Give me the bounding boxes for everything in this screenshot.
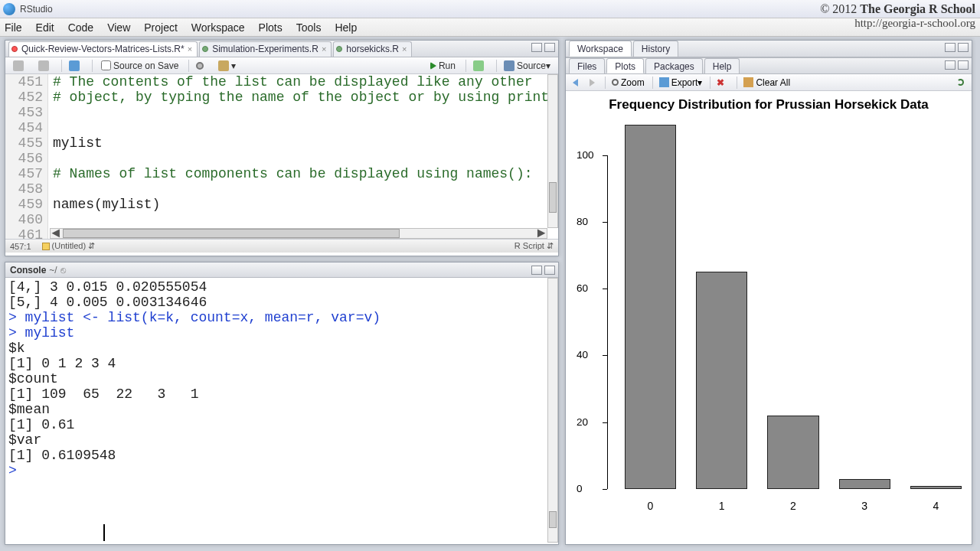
tab-packages[interactable]: Packages — [645, 58, 703, 73]
minimize-icon[interactable] — [945, 60, 956, 70]
copyright-prefix: © 2012 — [820, 2, 860, 15]
code-editor[interactable]: 451452453454455456457458459460461 # The … — [5, 74, 558, 239]
editor-hscrollbar[interactable]: ◄ ► — [50, 228, 547, 239]
copyright-url: http://georgia-r-school.org — [820, 16, 975, 30]
tab-files[interactable]: Files — [569, 58, 605, 73]
rerun-button[interactable] — [469, 59, 491, 73]
copyright-name: The Georgia R School — [860, 2, 975, 15]
doc-icon — [42, 243, 50, 250]
scrollbar-thumb[interactable] — [549, 182, 557, 213]
maximize-icon[interactable] — [544, 266, 555, 275]
xtick-3: 3 — [861, 500, 867, 512]
maximize-icon[interactable] — [958, 60, 969, 70]
xtick-0: 0 — [648, 500, 654, 512]
plot-prev-button[interactable] — [569, 78, 584, 87]
console-vscrollbar[interactable] — [547, 278, 558, 543]
close-icon[interactable]: × — [322, 44, 326, 54]
zoom-button[interactable]: Zoom — [608, 77, 648, 89]
doc-selector[interactable]: (Untitled) ⇵ — [42, 241, 96, 251]
menu-help[interactable]: Help — [335, 21, 357, 34]
scrollbar-thumb[interactable] — [63, 229, 400, 238]
source-on-save-checkbox[interactable] — [101, 60, 111, 70]
tab-help-label: Help — [713, 61, 732, 72]
x-icon: ✖ — [717, 77, 727, 87]
find-button[interactable] — [191, 60, 211, 71]
tab-workspace-label: Workspace — [577, 44, 623, 54]
source-tab-2-label: horsekicks.R — [346, 44, 399, 54]
plot-title: Frequency Distribution for Prussian Hors… — [566, 97, 972, 112]
back-button[interactable] — [8, 59, 31, 73]
menu-plots[interactable]: Plots — [259, 21, 283, 34]
lang-label: R Script — [514, 241, 544, 250]
source-tab-2[interactable]: horsekicks.R× — [333, 41, 412, 57]
left-arrow-icon — [573, 79, 578, 86]
file-dot-icon — [202, 46, 208, 52]
tab-history[interactable]: History — [633, 41, 678, 57]
console-link-icon[interactable]: ⎋ — [60, 265, 66, 276]
maximize-icon[interactable] — [958, 43, 969, 52]
tab-files-label: Files — [577, 61, 596, 72]
wand-button[interactable]: ▾ — [214, 59, 240, 73]
source-tab-0-label: Quick-Review-Vectors-Matrices-Lists.R* — [21, 44, 185, 54]
scroll-right-icon[interactable]: ► — [536, 229, 547, 238]
back-arrow-icon — [13, 60, 24, 71]
dirty-dot-icon — [11, 46, 18, 52]
tab-plots[interactable]: Plots — [606, 58, 644, 73]
close-icon[interactable]: × — [402, 44, 407, 54]
menu-project[interactable]: Project — [144, 21, 178, 34]
source-tab-1-label: Simulation-Experiments.R — [212, 44, 318, 54]
refresh-button[interactable] — [953, 78, 970, 86]
editor-vscrollbar[interactable] — [547, 74, 558, 228]
doc-name: (Untitled) — [52, 241, 87, 250]
broom-icon — [743, 77, 753, 87]
menu-workspace[interactable]: Workspace — [191, 21, 245, 34]
console-header: Console ~/ ⎋ — [5, 262, 558, 278]
run-button[interactable]: Run — [426, 59, 460, 73]
clear-button[interactable]: Clear All — [740, 77, 794, 89]
source-on-save-toggle[interactable]: Source on Save — [95, 59, 183, 73]
menu-view[interactable]: View — [107, 21, 130, 34]
zoom-label: Zoom — [621, 77, 645, 88]
minimize-icon[interactable] — [945, 43, 956, 52]
forward-button[interactable] — [34, 59, 56, 73]
tab-workspace[interactable]: Workspace — [569, 41, 632, 57]
run-arrow-icon — [430, 62, 436, 70]
source-on-save-label: Source on Save — [113, 60, 178, 71]
scrollbar-thumb[interactable] — [549, 511, 557, 528]
console-body[interactable]: [4,] 3 0.015 0.020555054[5,] 4 0.005 0.0… — [5, 278, 558, 543]
branding: © 2012 The Georgia R School http://georg… — [820, 2, 975, 30]
source-label: Source — [517, 60, 546, 71]
forward-arrow-icon — [38, 60, 49, 71]
maximize-icon[interactable] — [544, 43, 555, 52]
tab-plots-label: Plots — [615, 61, 635, 72]
minimize-icon[interactable] — [531, 266, 542, 275]
search-icon — [196, 62, 204, 70]
scroll-left-icon[interactable]: ◄ — [51, 229, 61, 238]
menu-tools[interactable]: Tools — [296, 21, 322, 34]
save-button[interactable] — [64, 59, 87, 73]
close-icon[interactable]: × — [188, 44, 192, 54]
code-content[interactable]: # The contents of the list can be displa… — [53, 74, 546, 239]
plot-area: Frequency Distribution for Prussian Hors… — [566, 91, 972, 543]
minimize-icon[interactable] — [531, 43, 542, 52]
bar-3 — [839, 479, 890, 489]
tab-history-label: History — [642, 44, 670, 54]
tab-help[interactable]: Help — [704, 58, 740, 73]
console-title: Console — [10, 265, 46, 276]
rerun-icon — [473, 60, 484, 71]
lang-selector[interactable]: R Script ⇵ — [514, 241, 554, 251]
save-icon — [69, 60, 80, 71]
source-panel: Quick-Review-Vectors-Matrices-Lists.R*× … — [5, 40, 559, 256]
export-label: Export — [671, 77, 698, 88]
export-icon — [659, 77, 669, 87]
export-button[interactable]: Export▾ — [655, 77, 707, 89]
cursor-position: 457:1 — [10, 242, 31, 251]
source-tab-1[interactable]: Simulation-Experiments.R× — [199, 41, 332, 57]
menu-code[interactable]: Code — [68, 21, 93, 34]
remove-plot-button[interactable]: ✖ — [713, 77, 733, 88]
source-button[interactable]: Source ▾ — [499, 59, 555, 73]
menu-edit[interactable]: Edit — [36, 21, 54, 34]
menu-file[interactable]: File — [5, 21, 22, 34]
plot-next-button[interactable] — [586, 78, 601, 87]
source-tab-0[interactable]: Quick-Review-Vectors-Matrices-Lists.R*× — [8, 41, 198, 57]
